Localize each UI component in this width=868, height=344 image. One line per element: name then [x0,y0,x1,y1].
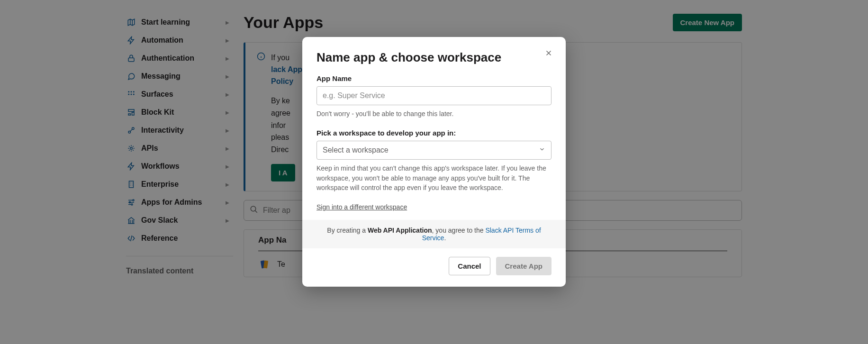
app-name-field: App Name Don't worry - you'll be able to… [316,74,552,118]
modal-title: Name app & choose workspace [316,50,552,65]
create-app-modal: Name app & choose workspace App Name Don… [302,37,566,287]
terms-of-service-notice: By creating a Web API Application, you a… [302,220,566,248]
app-name-input[interactable] [316,86,552,105]
app-name-hint: Don't worry - you'll be able to change t… [316,109,552,118]
modal-footer: Cancel Create App [302,248,566,287]
cancel-button[interactable]: Cancel [449,257,490,275]
workspace-field: Pick a workspace to develop your app in:… [316,129,552,192]
chevron-down-icon [539,146,545,154]
workspace-label: Pick a workspace to develop your app in: [316,129,552,137]
sign-into-workspace-link[interactable]: Sign into a different workspace [316,203,407,211]
workspace-select[interactable]: Select a workspace [316,141,552,160]
modal-overlay: Name app & choose workspace App Name Don… [0,0,868,344]
close-icon [544,49,553,57]
workspace-hint: Keep in mind that you can't change this … [316,163,552,192]
create-app-button[interactable]: Create App [496,257,552,275]
close-button[interactable] [542,47,555,61]
workspace-select-placeholder: Select a workspace [323,146,389,154]
app-name-label: App Name [316,74,552,82]
